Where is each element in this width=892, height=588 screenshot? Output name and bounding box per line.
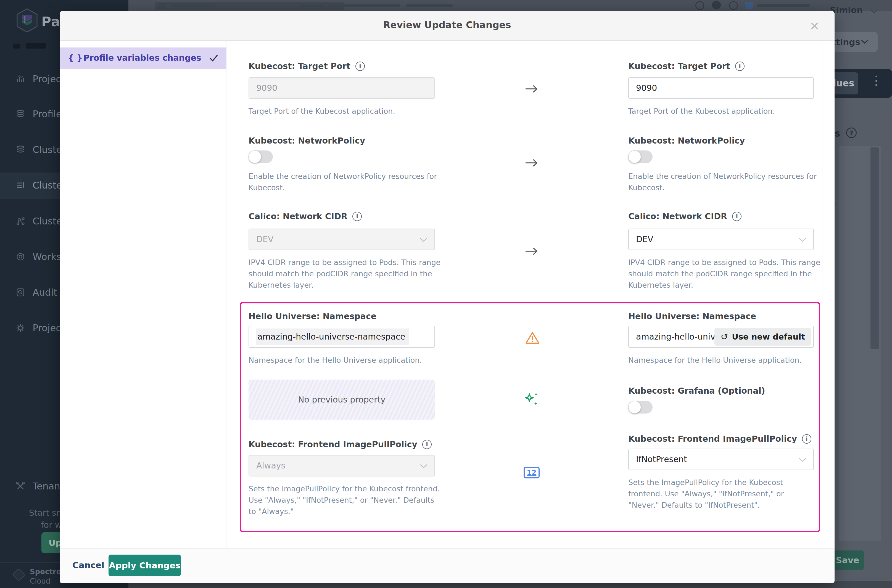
modal-header: Review Update Changes ✕ [60,11,835,41]
field-description: IPV4 CIDR range to be assigned to Pods. … [628,257,821,291]
breadcrumb-text [406,4,453,7]
modal-nav-panel [60,41,227,548]
select-value: DEV [256,234,274,244]
field-description: IPV4 CIDR range to be assigned to Pods. … [249,257,442,291]
label-text: Hello Universe: Namespace [628,311,756,321]
label-text: Kubecost: Grafana (Optional) [628,386,765,396]
target-port-after-input[interactable]: 9090 [628,77,814,99]
palette-logo-icon [14,8,40,33]
header-text [757,4,810,7]
breadcrumb-text [171,4,215,7]
select-value: DEV [636,234,653,244]
label-text: Kubecost: NetworkPolicy [628,136,745,146]
values-tab-bar: lues ⋮ [826,69,892,98]
scope-chip [13,44,20,49]
field-label: Calico: Network CIDR i [249,212,362,221]
scope-chip [26,43,46,49]
screen: Simion ttings lues ⋮ es ? e * Save Pale … [0,0,892,588]
network-icon [15,216,26,226]
breadcrumb-text [329,4,401,7]
field-description: Namespace for the Hello Universe applica… [628,354,821,366]
select-value: IfNotPresent [636,454,687,464]
sparkles-icon [524,392,540,408]
help-icon [729,1,738,10]
notifications-icon [712,0,721,9]
brand-footer: Cloud [30,577,50,585]
braces-icon: { } [68,53,83,63]
nav-item-label: Profile variables changes [83,53,201,63]
modal-title: Review Update Changes [383,20,511,30]
user-menu: Simion [830,5,863,15]
field-label: Hello Universe: Namespace [249,311,376,321]
field-label: Hello Universe: Namespace [628,311,756,321]
chevron-down-icon [419,237,428,242]
field-label: Kubecost: NetworkPolicy [628,136,745,146]
namespace-before-input[interactable]: amazing-hello-universe-namespace [249,326,435,348]
layers-icon [15,109,26,119]
chevron-down-icon [419,464,428,469]
imagepullpolicy-after-select[interactable]: IfNotPresent [628,448,814,470]
imagepullpolicy-before-select[interactable]: Always [249,455,435,477]
info-icon[interactable]: i [802,434,811,444]
gear-icon [15,323,26,333]
label-text: Kubecost: Frontend ImagePullPolicy [628,434,797,444]
list-icon [15,180,26,190]
settings-label: ttings [832,37,860,47]
field-label: Kubecost: Frontend ImagePullPolicy i [249,440,432,449]
chip-label: Use new default [732,332,805,342]
modal-footer: Cancel Apply Changes [60,548,835,583]
no-previous-property-box: No previous property [249,380,435,420]
label-text: Hello Universe: Namespace [249,311,376,321]
label-text: Kubecost: NetworkPolicy [249,136,365,146]
chevron-down-icon [798,237,807,242]
toggle-knob [628,401,641,414]
field-label: Kubecost: Target Port i [249,61,365,71]
field-description: Sets the ImagePullPolicy for the Kubecos… [249,483,442,517]
tools-icon [15,481,26,491]
network-cidr-after-select[interactable]: DEV [628,229,814,250]
field-description: Enable the creation of NetworkPolicy res… [249,171,442,193]
kebab-menu-icon: ⋮ [870,73,883,88]
field-label: Kubecost: Target Port i [628,61,745,71]
field-description: Namespace for the Hello Universe applica… [249,354,442,366]
projects-icon [15,74,26,84]
nav-item-profile-variables-changes[interactable]: { } Profile variables changes [60,48,227,69]
info-icon[interactable]: i [422,440,432,449]
label-text: Calico: Network CIDR [628,212,727,221]
networkpolicy-before-toggle[interactable] [249,150,273,163]
apply-changes-button[interactable]: Apply Changes [108,555,181,576]
field-description: Sets the ImagePullPolicy for the Kubecos… [628,477,811,511]
select-value: Always [256,461,285,470]
save-button: Save [831,550,864,570]
networkpolicy-after-toggle[interactable] [628,150,653,163]
info-icon[interactable]: i [735,62,745,71]
target-port-before-input[interactable]: 9090 [249,77,435,99]
label-text: Kubecost: Target Port [628,61,730,71]
info-icon[interactable]: i [352,212,362,221]
field-description: Target Port of the Kubecost application. [249,105,442,117]
input-value: 9090 [636,83,657,93]
help-circle-icon: ? [846,128,857,138]
search-icon [695,1,704,10]
chevron-down-icon [860,39,869,44]
flag-icon [745,2,753,9]
spectro-cloud-logo-icon [10,566,28,584]
grafana-toggle[interactable] [628,401,653,414]
network-cidr-before-select[interactable]: DEV [249,229,435,250]
namespace-after-input[interactable]: amazing-hello-univer ↺ Use new default [628,326,814,348]
label-text: Kubecost: Target Port [249,61,350,71]
check-icon [209,54,219,62]
content-gutter [822,41,822,548]
input-value-highlighted: amazing-hello-universe-namespace [256,328,409,345]
info-icon[interactable]: i [732,212,742,221]
scrollbar-thumb [871,147,879,349]
cancel-button[interactable]: Cancel [72,560,104,570]
close-icon[interactable]: ✕ [810,20,819,33]
placeholder-text: No previous property [298,395,386,404]
use-new-default-button[interactable]: ↺ Use new default [715,328,811,346]
toggle-knob [249,150,261,163]
field-label: Calico: Network CIDR i [628,212,742,221]
sidebar-item-label: Tenant [33,481,64,492]
arrow-right-icon [524,84,539,94]
info-icon[interactable]: i [356,62,365,71]
